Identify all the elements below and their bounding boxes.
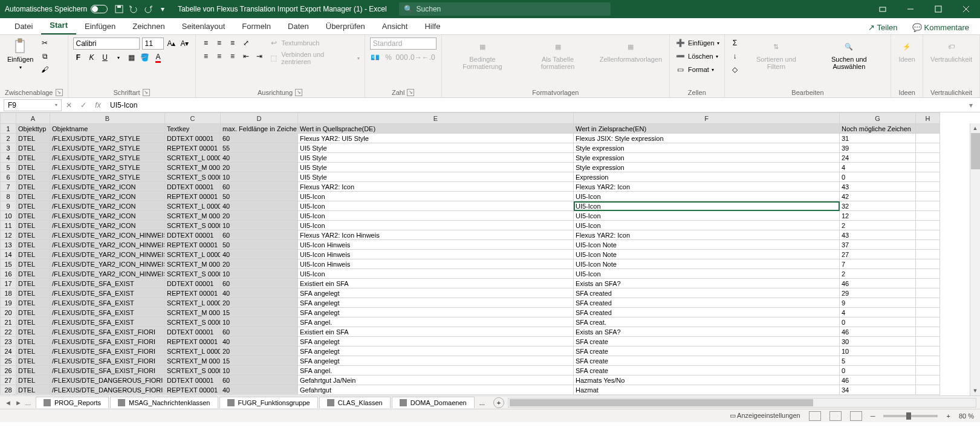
- row-header[interactable]: 15: [1, 259, 16, 269]
- decrease-decimal-icon[interactable]: ←.0: [423, 52, 434, 63]
- align-bottom-icon[interactable]: ≡: [227, 37, 238, 48]
- delete-cells-icon[interactable]: ➖: [675, 51, 686, 62]
- scrollbar-thumb[interactable]: [971, 133, 980, 169]
- cell[interactable]: Exists an SFA?: [574, 327, 840, 337]
- name-box[interactable]: F9▾: [4, 99, 62, 111]
- cell[interactable]: 20: [221, 298, 298, 308]
- cell[interactable]: SFA angelegt: [298, 346, 574, 356]
- cell[interactable]: 4: [840, 308, 916, 317]
- increase-indent-icon[interactable]: ⇥: [254, 51, 265, 62]
- column-header-D[interactable]: D: [221, 113, 298, 124]
- align-center-icon[interactable]: ≡: [214, 51, 225, 62]
- row-header[interactable]: 18: [1, 288, 16, 298]
- cell[interactable]: SFA created: [574, 298, 840, 308]
- cell[interactable]: 30: [840, 337, 916, 346]
- row-header[interactable]: 2: [1, 134, 16, 143]
- zoom-in-icon[interactable]: +: [946, 412, 950, 420]
- row-header[interactable]: 7: [1, 182, 16, 192]
- cell[interactable]: UI5-Icon: [574, 269, 840, 279]
- italic-icon[interactable]: K: [86, 52, 97, 63]
- cell[interactable]: 4: [840, 163, 916, 172]
- vertical-scrollbar[interactable]: ▲ ▼: [970, 123, 980, 395]
- sheet-tab[interactable]: PROG_Reports: [36, 397, 109, 408]
- cell[interactable]: UI5-Icon Hinweis: [298, 250, 574, 259]
- cell[interactable]: 12: [840, 211, 916, 221]
- find-select-button[interactable]: 🔍Suchen und Auswählen: [812, 37, 886, 71]
- fx-icon[interactable]: fx: [91, 101, 105, 109]
- chevron-down-icon[interactable]: ▾: [712, 67, 714, 73]
- merge-icon[interactable]: ⬚: [268, 53, 279, 63]
- column-header-G[interactable]: G: [840, 113, 916, 124]
- cell[interactable]: Objekttyp: [16, 124, 50, 134]
- cell[interactable]: UI5-Icon Hinweis: [298, 240, 574, 250]
- row-header[interactable]: 26: [1, 366, 16, 376]
- cell[interactable]: 20: [221, 259, 298, 269]
- row-header[interactable]: 20: [1, 308, 16, 317]
- font-color-icon[interactable]: A: [153, 52, 164, 63]
- cell[interactable]: SCRTEXT_L 00001: [165, 346, 221, 356]
- ideas-button[interactable]: ⚡Ideen: [896, 37, 918, 64]
- cell[interactable]: [916, 221, 940, 230]
- cell[interactable]: /FLEXUS/DTE_SFA_EXIST: [50, 308, 165, 317]
- cell[interactable]: [916, 337, 940, 346]
- row-header[interactable]: 9: [1, 201, 16, 211]
- cell[interactable]: 46: [840, 327, 916, 337]
- cell[interactable]: SFA create: [574, 337, 840, 346]
- sheet-nav-ellipsis[interactable]: ...: [25, 399, 31, 406]
- row-header[interactable]: 17: [1, 279, 16, 288]
- cell[interactable]: SCRTEXT_S 00001: [165, 317, 221, 327]
- cell[interactable]: SFA angel.: [298, 366, 574, 376]
- expand-formula-bar-icon[interactable]: ▾: [969, 101, 980, 109]
- cell[interactable]: REPTEXT 00001: [165, 288, 221, 298]
- cell[interactable]: /FLEXUS/DTE_DANGEROUS_FIORI: [50, 376, 165, 385]
- align-left-icon[interactable]: ≡: [201, 51, 212, 62]
- cell[interactable]: SFA created: [574, 288, 840, 298]
- cell[interactable]: 43: [840, 230, 916, 240]
- cell[interactable]: SFA angel.: [298, 317, 574, 327]
- cell[interactable]: SCRTEXT_M 00001: [165, 259, 221, 269]
- redo-icon[interactable]: [144, 5, 152, 13]
- cell[interactable]: UI5-Icon Hinweis: [298, 259, 574, 269]
- cell[interactable]: [916, 298, 940, 308]
- row-header[interactable]: 10: [1, 211, 16, 221]
- cell[interactable]: SFA create: [574, 366, 840, 376]
- cell[interactable]: SCRTEXT_S 00001: [165, 366, 221, 376]
- cell[interactable]: [916, 201, 940, 211]
- zoom-out-icon[interactable]: ─: [871, 412, 875, 420]
- cell[interactable]: SCRTEXT_M 00001: [165, 356, 221, 366]
- cell[interactable]: /FLEXUS/DTE_YAR2_STYLE: [50, 153, 165, 163]
- cell[interactable]: /FLEXUS/DTE_SFA_EXIST: [50, 279, 165, 288]
- cell[interactable]: DDTEXT 00001: [165, 230, 221, 240]
- cell[interactable]: Textkey: [165, 124, 221, 134]
- spreadsheet-grid[interactable]: ABCDEFGH1ObjekttypObjektnameTextkeymax. …: [0, 112, 980, 395]
- cell[interactable]: Existiert ein SFA: [298, 327, 574, 337]
- cell[interactable]: DTEL: [16, 134, 50, 143]
- scroll-up-icon[interactable]: ▲: [970, 123, 980, 133]
- sheet-tab[interactable]: CLAS_Klassen: [319, 397, 391, 408]
- sheet-tab[interactable]: MSAG_Nachrichtenklassen: [110, 397, 218, 408]
- cell[interactable]: SCRTEXT_M 00001: [165, 163, 221, 172]
- search-box[interactable]: 🔍 Suchen: [399, 2, 611, 16]
- cell[interactable]: 32: [840, 201, 916, 211]
- enter-icon[interactable]: ✓: [76, 101, 91, 109]
- cell[interactable]: 9: [840, 298, 916, 308]
- share-button[interactable]: ↗Teilen: [865, 21, 901, 34]
- cell[interactable]: 40: [221, 201, 298, 211]
- font-size-input[interactable]: [142, 37, 164, 50]
- cell[interactable]: 60: [221, 134, 298, 143]
- autosave-toggle[interactable]: Automatisches Speichern: [5, 5, 108, 13]
- sheet-nav-next-icon[interactable]: ►: [15, 399, 22, 406]
- cell[interactable]: Gefahrtgut Ja/Nein: [298, 376, 574, 385]
- cell[interactable]: /FLEXUS/DTE_SFA_EXIST_FIORI: [50, 337, 165, 346]
- cell[interactable]: DTEL: [16, 269, 50, 279]
- cell[interactable]: /FLEXUS/DTE_SFA_EXIST_FIORI: [50, 366, 165, 376]
- cell[interactable]: 60: [221, 279, 298, 288]
- format-as-table-button[interactable]: ▦Als Tabelle formatieren: [522, 37, 593, 71]
- cell[interactable]: SCRTEXT_L 00001: [165, 250, 221, 259]
- undo-icon[interactable]: [129, 5, 138, 13]
- cell-styles-button[interactable]: ▦Zellenformatvorlagen: [597, 37, 664, 64]
- cell[interactable]: DDTEXT 00001: [165, 327, 221, 337]
- cell[interactable]: 20: [221, 211, 298, 221]
- cell[interactable]: SFA angelegt: [298, 356, 574, 366]
- cell[interactable]: [916, 192, 940, 201]
